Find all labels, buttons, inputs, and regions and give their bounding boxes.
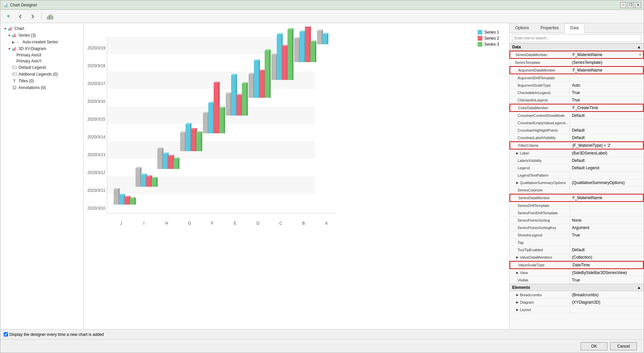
prop-value-qualitativesummaryoptions[interactable]: (QualitativeSummaryOptions) (570, 179, 644, 186)
prop-value-valuedatamembers[interactable]: (Collection) (570, 254, 644, 261)
chart-type-button[interactable] (46, 12, 55, 21)
prop-value-labelsvisibility[interactable]: Default (570, 157, 644, 164)
tree-item-series[interactable]: ▼ Series (3) (0, 32, 83, 39)
tree-item-annotations[interactable]: Annotations (0) (0, 84, 83, 91)
expand-tri-view[interactable]: ▶ (516, 271, 519, 274)
series-icon (12, 33, 17, 38)
expand-tri-layout[interactable]: ▶ (516, 308, 519, 311)
prop-value-legendtextpattern[interactable] (570, 172, 644, 179)
svg-rect-3 (52, 16, 53, 19)
prop-value-label[interactable]: (Bar3DSeriesLabel) (570, 149, 644, 157)
close-button[interactable]: ✕ (635, 2, 641, 8)
tab-data[interactable]: Data (565, 23, 584, 33)
prop-value-argumentdrilltemplate[interactable] (570, 74, 644, 81)
prop-value-crosshairemptyvaluelegend[interactable] (570, 119, 644, 126)
section-data[interactable]: Data ▲ (509, 43, 644, 51)
dropdown-arrow-seriesdatamember[interactable]: ▼ (639, 53, 642, 56)
svg-rect-37 (119, 195, 124, 205)
bottom-area: Display the designer every time a new ch… (0, 329, 644, 353)
tree-item-chart[interactable]: ▼ Chart (0, 25, 83, 32)
tree-item-auto-series[interactable]: ▶ ▷ Auto-created Series (0, 39, 83, 45)
prop-visible: Visible True (509, 276, 644, 284)
prop-name-seriestemplate: SeriesTemplate (509, 59, 570, 66)
prop-value-seriescolorizer[interactable] (570, 186, 644, 193)
tree-item-axisx[interactable]: Primary AxisX (0, 52, 83, 58)
svg-marker-57 (156, 177, 158, 187)
svg-marker-81 (201, 131, 202, 151)
prop-value-seriestemplate[interactable]: (SeriesTemplate) (570, 59, 644, 66)
expand-tri-qualitative[interactable]: ▶ (516, 181, 519, 184)
tree-item-add-legends[interactable]: Addtional Legends (0) (0, 71, 83, 78)
prop-value-crosshairhighlightpoints[interactable]: Default (570, 127, 644, 134)
prop-value-seriesdrilltemplate[interactable] (570, 202, 644, 209)
svg-rect-17 (13, 86, 16, 89)
svg-text:2020/3/18: 2020/3/18 (88, 63, 106, 68)
prop-value-view[interactable]: (SideBySideBar3DSeriesView) (570, 269, 644, 276)
svg-text:E: E (234, 221, 236, 226)
prop-label: ▶Label (Bar3DSeriesLabel) (509, 149, 644, 157)
prop-value-showinlegend[interactable]: True (570, 231, 644, 238)
prop-seriesdatamember: SeriesDataMember F_MaterielName ▼ (509, 51, 644, 59)
svg-rect-6 (11, 27, 12, 31)
prop-value-checkedinlegend[interactable]: True (570, 96, 644, 103)
prop-value-seriespointssorting[interactable]: None (570, 217, 644, 224)
tree-item-axisy[interactable]: Primary AxisY (0, 58, 83, 64)
ok-button[interactable]: OK (581, 342, 607, 350)
designer-checkbox[interactable] (4, 332, 8, 337)
prop-value-argumentdatamember[interactable]: F_MaterielName (571, 67, 643, 74)
restore-button[interactable]: ❐ (628, 2, 634, 8)
prop-value-diagram[interactable]: (XYDiagram3D) (570, 299, 644, 306)
prop-value-crosshairlabelvisibility[interactable]: Default (570, 134, 644, 141)
prop-tag: Tag (509, 239, 644, 246)
section-elements[interactable]: Elements ▲ (509, 284, 644, 291)
prop-value-filtercriteria[interactable]: [F_MaterielType] = '2' (571, 142, 643, 149)
prop-value-seriesdatamember[interactable]: F_MaterielName ▼ (571, 51, 643, 58)
prop-value-visible[interactable]: True (570, 276, 644, 283)
search-input[interactable] (512, 34, 641, 42)
expand-tri-label[interactable]: ▶ (516, 151, 519, 155)
tree-item-titles[interactable]: T Titles (0) (0, 78, 83, 84)
prop-value-tag[interactable] (570, 239, 644, 246)
prop-value-seriespointssortingkey[interactable]: Argument (570, 224, 644, 231)
prop-value-seriespointdrilltemplate[interactable] (570, 209, 644, 216)
tab-options[interactable]: Options (509, 23, 535, 33)
back-button[interactable] (16, 12, 25, 21)
svg-rect-112 (259, 71, 264, 98)
prop-value-seriesdatamember2[interactable]: F_MaterielName (571, 194, 643, 201)
tree-item-3d-diagram[interactable]: ▼ 3D XY-Diagram (0, 45, 83, 52)
prop-checkableinlegend: CheckableInLegend True (509, 89, 644, 96)
prop-name-showinlegend: ShowInLegend (509, 231, 570, 238)
prop-value-tooltipenabled[interactable]: Default (570, 246, 644, 253)
prop-value-crosshaircontentshowmode[interactable]: Default (570, 112, 644, 119)
add-button[interactable]: + (4, 12, 13, 21)
tab-properties[interactable]: Properties (535, 23, 565, 33)
forward-button[interactable] (28, 12, 37, 21)
designer-checkbox-label[interactable]: Display the designer every time a new ch… (4, 332, 104, 337)
prop-value-colordatamember[interactable]: F_CreateTime (571, 104, 643, 111)
prop-argumentdatamember: ArgumentDataMember F_MaterielName (509, 66, 644, 74)
tree-item-legend[interactable]: Default Legend (0, 64, 83, 71)
prop-value-breadcrumbs[interactable]: (Breadcrumbs) (570, 291, 644, 298)
svg-rect-118 (271, 55, 276, 80)
expand-icon-auto: ▶ (11, 40, 16, 44)
prop-colordatamember: ColorDataMember F_CreateTime (509, 104, 644, 112)
cancel-button[interactable]: Cancel (610, 342, 637, 350)
svg-text:2020/3/15: 2020/3/15 (88, 117, 106, 122)
svg-rect-139 (310, 42, 315, 62)
minimize-button[interactable]: ─ (620, 2, 626, 8)
expand-tri-breadcrumbs[interactable]: ▶ (516, 293, 519, 297)
prop-value-legend[interactable]: Default Legend (570, 164, 644, 171)
svg-rect-1 (49, 15, 50, 19)
prop-value-checkableinlegend[interactable]: True (570, 89, 644, 96)
prop-name-valuescaletype: ValueScaleType (510, 262, 571, 268)
prop-value-argumentscaletype[interactable]: Auto (570, 82, 644, 89)
prop-value-valuescaletype[interactable]: DateTime (571, 262, 643, 268)
prop-value-layout[interactable] (570, 306, 644, 313)
svg-rect-10 (12, 49, 13, 51)
svg-text:2020/3/14: 2020/3/14 (88, 135, 106, 139)
svg-text:2020/3/16: 2020/3/16 (88, 99, 106, 104)
expand-tri-valuedatamembers[interactable]: ▶ (516, 256, 519, 259)
svg-rect-22 (107, 141, 315, 159)
tree-label-axisx: Primary AxisX (16, 53, 42, 57)
expand-tri-diagram[interactable]: ▶ (516, 301, 519, 304)
